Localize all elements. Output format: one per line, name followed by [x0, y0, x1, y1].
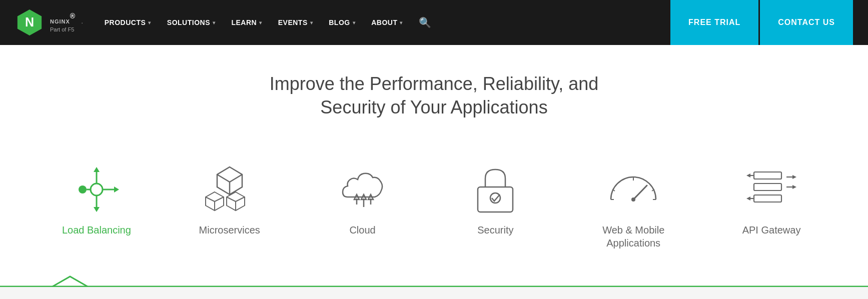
nav-products[interactable]: PRODUCTS ▾ — [99, 14, 157, 32]
feature-security[interactable]: Security — [445, 164, 545, 236]
svg-marker-5 — [114, 186, 119, 192]
svg-line-21 — [236, 197, 245, 202]
svg-marker-42 — [792, 175, 796, 179]
free-trial-button[interactable]: FREE TRIAL — [670, 0, 758, 45]
svg-marker-9 — [94, 207, 100, 212]
feature-load-balancing-label: Load Balancing — [62, 224, 131, 236]
svg-text:N: N — [25, 15, 34, 29]
feature-microservices-label: Microservices — [199, 224, 260, 236]
api-gateway-icon — [746, 164, 796, 214]
svg-point-3 — [79, 186, 87, 194]
chevron-down-icon: ▾ — [259, 20, 262, 26]
nav-solutions[interactable]: SOLUTIONS ▾ — [161, 14, 222, 32]
svg-line-16 — [206, 197, 215, 202]
bottom-accent — [0, 270, 868, 287]
contact-us-button[interactable]: CONTACT US — [760, 0, 853, 45]
logo-subtitle: Part of F5 — [50, 26, 84, 32]
chevron-down-icon: ▾ — [213, 20, 216, 26]
hero-section: Improve the Performance, Reliability, an… — [0, 45, 868, 160]
nav-blog[interactable]: BLOG ▾ — [323, 14, 361, 32]
features-section: Load Balancing Microservice — [0, 160, 868, 270]
feature-web-mobile[interactable]: Web & MobileApplications — [578, 164, 688, 250]
nav-learn[interactable]: LEARN ▾ — [225, 14, 268, 32]
search-icon[interactable]: 🔍 — [413, 12, 437, 34]
logo-text: NGINX® . Part of F5 — [50, 12, 84, 32]
feature-cloud[interactable]: Cloud — [313, 164, 413, 236]
chevron-down-icon: ▾ — [310, 20, 313, 26]
svg-rect-40 — [754, 195, 781, 202]
logo-nginx-label: NGINX® . — [50, 12, 84, 26]
feature-web-mobile-label: Web & MobileApplications — [602, 224, 664, 250]
svg-point-37 — [631, 198, 635, 202]
feature-cloud-label: Cloud — [349, 224, 375, 236]
security-icon — [470, 164, 520, 214]
nav-about[interactable]: ABOUT ▾ — [365, 14, 409, 32]
svg-rect-38 — [754, 172, 781, 179]
svg-marker-7 — [94, 167, 100, 172]
feature-microservices[interactable]: Microservices — [180, 164, 280, 236]
svg-marker-44 — [792, 185, 796, 189]
cloud-icon — [338, 164, 388, 214]
chevron-down-icon: ▾ — [148, 20, 151, 26]
nginx-logo-icon: N — [15, 8, 44, 37]
microservices-icon — [205, 164, 255, 214]
svg-rect-39 — [754, 184, 781, 190]
hero-title: Improve the Performance, Reliability, an… — [259, 72, 609, 120]
nav-events[interactable]: EVENTS ▾ — [272, 14, 319, 32]
svg-line-13 — [230, 174, 242, 182]
load-balancing-icon — [72, 164, 122, 214]
feature-api-gateway[interactable]: API Gateway — [721, 164, 821, 236]
svg-marker-48 — [746, 174, 750, 178]
svg-line-12 — [217, 174, 230, 182]
feature-security-label: Security — [477, 224, 513, 236]
nav-cta: FREE TRIAL CONTACT US — [670, 0, 853, 45]
svg-point-2 — [91, 184, 103, 196]
chevron-down-icon: ▾ — [400, 20, 403, 26]
svg-line-36 — [633, 186, 647, 200]
svg-line-20 — [227, 197, 236, 202]
feature-load-balancing[interactable]: Load Balancing — [47, 164, 147, 236]
svg-line-17 — [215, 197, 224, 202]
bottom-line-svg — [0, 270, 868, 287]
navbar: N NGINX® . Part of F5 PRODUCTS ▾ SOLUTIO… — [0, 0, 868, 45]
chevron-down-icon: ▾ — [353, 20, 356, 26]
svg-marker-46 — [746, 196, 750, 200]
web-mobile-icon — [608, 164, 658, 214]
logo[interactable]: N NGINX® . Part of F5 — [15, 8, 84, 37]
feature-api-gateway-label: API Gateway — [742, 224, 801, 236]
nav-links: PRODUCTS ▾ SOLUTIONS ▾ LEARN ▾ EVENTS ▾ … — [99, 12, 670, 34]
